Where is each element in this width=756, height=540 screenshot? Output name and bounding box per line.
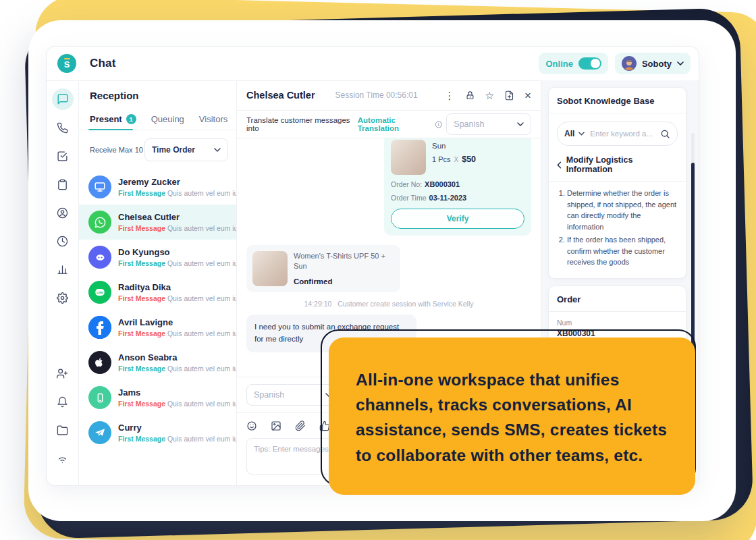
- info-icon[interactable]: [435, 120, 443, 129]
- translate-mode-link[interactable]: Automatic Translation: [358, 116, 431, 132]
- contact-name: Raditya Dika: [118, 282, 237, 292]
- reception-title: Reception: [79, 80, 236, 108]
- contact-name: Anson Seabra: [118, 352, 237, 362]
- mobile-app-icon: [88, 386, 111, 409]
- order-number: XB000301: [425, 180, 460, 188]
- message-preview: Quis autem vel eum iu...: [167, 189, 237, 197]
- field-label: Num: [557, 319, 678, 327]
- nav-tasks-icon[interactable]: [52, 145, 74, 167]
- article-title: Modify Logistics Information: [566, 155, 678, 174]
- list-item[interactable]: Anson Seabra First Message Quis autem ve…: [79, 345, 236, 380]
- list-item[interactable]: Jams First Message Quis autem vel eum iu…: [79, 380, 236, 415]
- online-toggle[interactable]: [578, 57, 601, 70]
- nav-ticket-icon[interactable]: [52, 173, 74, 195]
- chevron-down-icon: [677, 61, 684, 65]
- product-title: Women's T-Shirts UPF 50 + Sun: [294, 251, 394, 272]
- order-time: 03-11-2023: [429, 194, 467, 202]
- tab-present-label: Present: [90, 114, 122, 124]
- order-message-card: Sun 1 Pcs X $50 Order No:XB000301 Order …: [384, 138, 531, 236]
- tab-present[interactable]: Present 1: [90, 114, 136, 124]
- message-preview: Quis autem vel eum iu...: [167, 435, 237, 443]
- translate-language-select[interactable]: Spanish: [446, 113, 531, 135]
- verify-button[interactable]: Verify: [391, 209, 524, 229]
- sort-order-select[interactable]: Time Order: [144, 138, 228, 161]
- nav-rail: [47, 80, 79, 485]
- nav-call-icon[interactable]: [52, 117, 74, 138]
- attachment-icon[interactable]: [295, 421, 306, 431]
- list-item[interactable]: Do Kyungso First Message Quis autem vel …: [79, 240, 236, 275]
- contact-name: Jams: [118, 387, 237, 398]
- order-card-title: Order: [557, 294, 678, 304]
- chevron-down-icon: [578, 132, 585, 136]
- star-icon[interactable]: ☆: [485, 90, 494, 101]
- contact-name: Jeremy Zucker: [118, 177, 237, 187]
- search-input[interactable]: [589, 129, 656, 138]
- nav-history-icon[interactable]: [52, 230, 74, 252]
- session-time: Session Time 00:56:01: [335, 90, 418, 100]
- nav-notifications-icon[interactable]: [52, 391, 74, 412]
- article-step: Determine whether the order is shipped, …: [567, 188, 678, 232]
- tab-queuing[interactable]: Queuing: [151, 114, 184, 124]
- first-message-label: First Message: [118, 189, 165, 197]
- message-preview: Quis autem vel eum iu...: [167, 224, 237, 232]
- list-item[interactable]: Jeremy Zucker First Message Quis autem v…: [79, 169, 236, 205]
- list-item[interactable]: LINE Raditya Dika First Message Quis aut…: [79, 275, 236, 310]
- telegram-icon: [88, 421, 111, 444]
- active-tab-underline: [88, 129, 133, 131]
- message-preview: Quis autem vel eum iu...: [167, 400, 237, 408]
- search-filter[interactable]: All: [564, 129, 574, 138]
- online-status-pill: Online: [539, 53, 608, 74]
- first-message-label: First Message: [118, 364, 165, 373]
- whatsapp-icon: [88, 211, 111, 234]
- image-icon[interactable]: [271, 421, 281, 431]
- list-item[interactable]: Curry First Message Quis autem vel eum i…: [79, 415, 236, 450]
- product-image: [391, 140, 426, 175]
- nav-analytics-icon[interactable]: [52, 259, 74, 280]
- contact-name: Curry: [118, 423, 237, 433]
- user-menu[interactable]: Soboty: [615, 53, 691, 74]
- nav-customer-icon[interactable]: [52, 202, 74, 223]
- message-preview: Quis autem vel eum iu...: [167, 329, 237, 338]
- contact-name: Chelsea Cutler: [118, 212, 237, 222]
- translate-label: Translate customer messages into: [246, 116, 352, 132]
- search-icon[interactable]: [660, 129, 670, 139]
- nav-agent-add-icon[interactable]: [52, 362, 74, 384]
- line-icon: LINE: [88, 281, 111, 304]
- close-icon[interactable]: ×: [524, 90, 531, 101]
- scrollbar-thumb[interactable]: [691, 163, 695, 362]
- knowledge-base-title: Sobot Knowledge Base: [557, 96, 678, 106]
- first-message-label: First Message: [118, 224, 165, 232]
- system-message: 14:29:10 Customer create session with Se…: [246, 300, 531, 308]
- top-bar: S Chat Online Soboty: [47, 47, 699, 81]
- nav-network-icon[interactable]: [52, 448, 74, 469]
- svg-text:LINE: LINE: [97, 291, 103, 294]
- hero-image: S Chat Online Soboty: [0, 0, 756, 540]
- knowledge-search[interactable]: All: [557, 122, 678, 146]
- discord-icon: [88, 246, 111, 269]
- tab-visitors[interactable]: Visitors: [199, 114, 227, 124]
- article-header[interactable]: Modify Logistics Information: [557, 155, 678, 174]
- nav-files-icon[interactable]: [52, 419, 74, 441]
- list-item-selected[interactable]: Chelsea Cutler First Message Quis autem …: [79, 205, 236, 240]
- knowledge-base-card: Sobot Knowledge Base All Modify Logistic…: [548, 87, 686, 279]
- file-add-icon[interactable]: [504, 90, 514, 101]
- emoji-icon[interactable]: [246, 421, 257, 431]
- message-preview: Quis autem vel eum iu...: [167, 259, 237, 267]
- product-name: Sun: [432, 142, 476, 150]
- more-icon[interactable]: ⋮: [445, 90, 455, 101]
- message-preview: Quis autem vel eum iu...: [167, 294, 237, 302]
- reception-panel: Reception Present 1 Queuing Visitors Rec…: [79, 80, 237, 485]
- nav-chat-icon[interactable]: [52, 88, 74, 110]
- list-item[interactable]: Avril Lavigne First Message Quis autem v…: [79, 310, 236, 345]
- first-message-label: First Message: [118, 400, 165, 408]
- receive-max-label: Receive Max 10: [90, 146, 143, 154]
- first-message-label: First Message: [118, 435, 165, 443]
- product-image: [252, 251, 288, 286]
- chevron-down-icon: [517, 122, 524, 126]
- lock-icon[interactable]: [465, 90, 475, 101]
- nav-settings-icon[interactable]: [52, 287, 74, 308]
- web-chat-icon: [88, 176, 111, 198]
- callout-text: All-in-one workspace that unifies channe…: [356, 367, 668, 468]
- chat-header: Chelsea Cutler Session Time 00:56:01 ⋮ ☆…: [237, 80, 541, 111]
- first-message-label: First Message: [118, 294, 165, 302]
